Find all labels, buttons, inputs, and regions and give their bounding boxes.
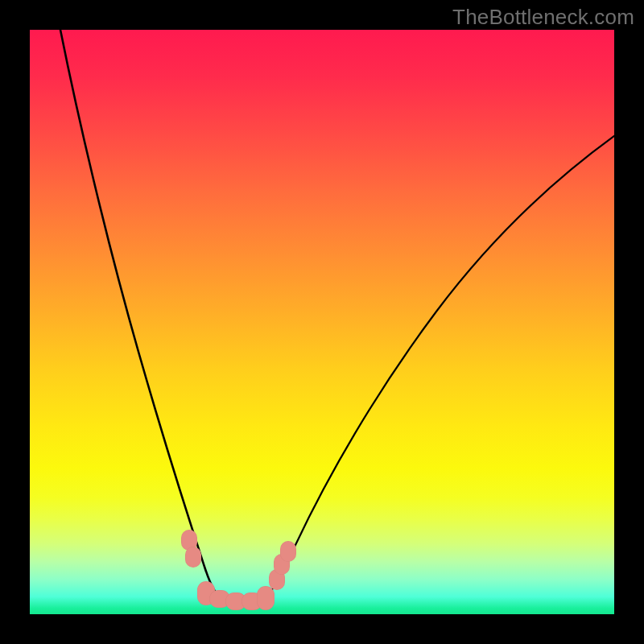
- left-curve: [60, 30, 226, 601]
- marker-2: [185, 547, 201, 568]
- right-curve: [260, 136, 614, 601]
- marker-10: [280, 541, 296, 562]
- curve-layer: [30, 30, 614, 614]
- plot-area: [30, 30, 614, 614]
- watermark-text: TheBottleneck.com: [452, 5, 634, 30]
- outer-frame: TheBottleneck.com: [0, 0, 644, 644]
- marker-7: [257, 586, 275, 610]
